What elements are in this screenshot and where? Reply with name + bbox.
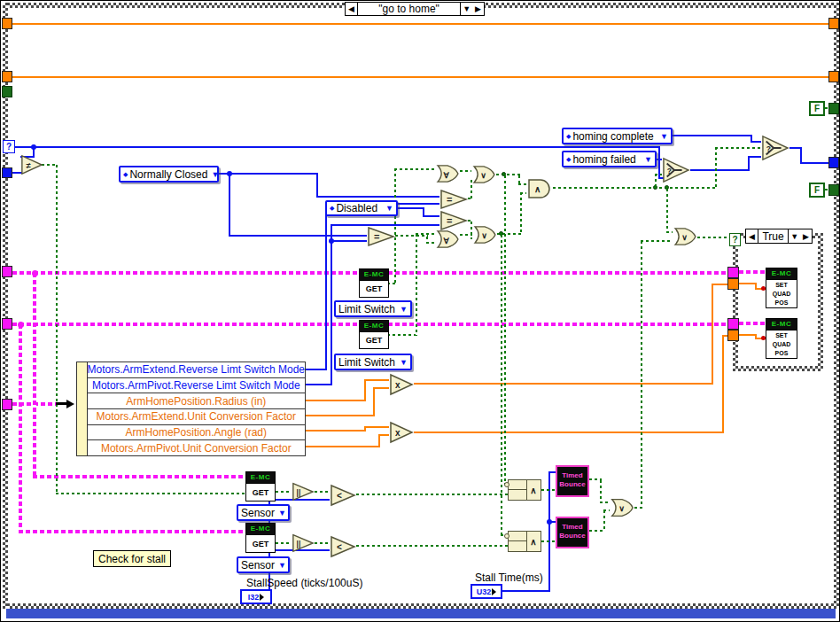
enum-limit-switch-2[interactable]: Limit Switch ▼ xyxy=(334,354,412,370)
wire-orange-passthrough-2 xyxy=(12,76,829,78)
inner-case-selector-label: ◀ True ▼ ▶ xyxy=(745,229,813,244)
tunnel-bool-right-2 xyxy=(828,184,839,196)
svg-text:||: || xyxy=(297,488,301,497)
emc-get-block-4[interactable]: E-MC GET xyxy=(245,523,276,553)
unbundle-row[interactable]: Motors.ArmPivot.Unit Conversion Factor xyxy=(88,440,305,455)
emc-set-quad-pos-block-2[interactable]: E-MC SET QUAD POS xyxy=(766,318,797,359)
wire xyxy=(219,173,318,175)
wire xyxy=(690,169,750,171)
wire xyxy=(655,174,657,187)
case-border-right xyxy=(834,3,839,609)
case-dropdown-icon[interactable]: ▼ xyxy=(461,3,472,15)
not-equal-node[interactable]: ≠ xyxy=(20,153,43,176)
enum-disabled[interactable]: ◆ Disabled ▼ xyxy=(325,200,398,216)
equal-node-1[interactable]: = xyxy=(439,190,468,209)
inner-case-border-left xyxy=(733,233,738,371)
enum-sensor-1[interactable]: Sensor ▼ xyxy=(237,504,290,521)
wire xyxy=(426,242,435,244)
inner-case-name[interactable]: True xyxy=(758,229,789,243)
unbundle-by-name-node[interactable]: Motors.ArmExtend.Reverse Limt Switch Mod… xyxy=(76,362,306,456)
inner-case-border-bottom xyxy=(733,366,823,371)
dropdown-icon[interactable]: ▼ xyxy=(382,204,393,213)
select-node-1[interactable]: ? xyxy=(761,135,789,161)
unbundle-row[interactable]: Motors.ArmExtend.Unit Conversion Factor xyxy=(88,409,305,425)
svg-text:∨: ∨ xyxy=(618,504,625,513)
inner-case-prev-button[interactable]: ◀ xyxy=(746,229,758,243)
i32-control-terminal[interactable]: I32 xyxy=(240,589,272,604)
wire xyxy=(641,240,673,242)
case-name[interactable]: "go to home" xyxy=(357,3,461,15)
dropdown-icon[interactable]: ▼ xyxy=(207,170,219,179)
multiply-node-1[interactable]: x xyxy=(389,374,414,395)
compound-and-node-2[interactable]: ∧ xyxy=(508,531,541,552)
wire xyxy=(600,501,610,503)
inner-case-dropdown-icon[interactable]: ▼ xyxy=(789,229,800,243)
inner-case-next-button[interactable]: ▶ xyxy=(800,229,812,243)
wire xyxy=(394,168,435,170)
select-node-2[interactable]: ? xyxy=(662,157,690,183)
wire xyxy=(504,175,506,485)
enum-value: Sensor xyxy=(241,507,275,519)
case-next-button[interactable]: ▶ xyxy=(472,3,484,15)
wire xyxy=(325,203,327,370)
enum-normally-closed[interactable]: ◆ Normally Closed ▼ xyxy=(119,166,219,183)
wire xyxy=(306,369,325,370)
enum-limit-switch-1[interactable]: Limit Switch ▼ xyxy=(334,300,412,317)
equal-node-3[interactable]: = xyxy=(367,227,395,246)
wire xyxy=(460,170,471,172)
wire xyxy=(229,175,230,237)
case-selector-terminal[interactable]: ? xyxy=(3,140,15,153)
timed-bounce-subvi-1[interactable]: Timed Bounce xyxy=(556,465,589,497)
dropdown-icon[interactable]: ▼ xyxy=(275,509,286,517)
wire xyxy=(316,175,318,198)
emc-get-block-3[interactable]: E-MC GET xyxy=(245,471,276,501)
wire xyxy=(496,174,520,175)
svg-text:∧: ∧ xyxy=(534,184,541,194)
enum-homing-complete[interactable]: ◆ homing complete ▼ xyxy=(562,128,673,144)
dropdown-icon[interactable]: ▼ xyxy=(641,155,652,164)
emc-set-quad-pos-block-1[interactable]: E-MC SET QUAD POS xyxy=(766,268,797,308)
multiply-node-2[interactable]: x xyxy=(389,422,414,443)
or-node-4[interactable]: ∨ xyxy=(610,497,634,518)
unbundle-row[interactable]: ArmHomePosition.Radius (in) xyxy=(88,393,305,409)
xor-node-1[interactable]: ∀ xyxy=(435,164,460,183)
svg-text:?: ? xyxy=(667,167,672,175)
less-than-node-2[interactable]: < xyxy=(330,536,356,557)
timed-bounce-subvi-2[interactable]: Timed Bounce xyxy=(556,517,589,548)
or-node-2[interactable]: ∨ xyxy=(472,225,497,245)
and-node[interactable]: ∧ xyxy=(526,178,553,199)
inner-case-selector-terminal[interactable]: ? xyxy=(729,233,741,246)
or-node-1[interactable]: ∨ xyxy=(471,165,496,184)
absolute-value-node-2[interactable]: || xyxy=(292,533,315,553)
unbundle-row[interactable]: Motors.ArmExtend.Reverse Limt Switch Mod… xyxy=(88,362,305,378)
inner-tunnel-numeric-1 xyxy=(727,278,739,290)
absolute-value-node-1[interactable]: || xyxy=(292,482,315,501)
emc-get-block-1[interactable]: E-MC GET xyxy=(359,268,389,298)
wire-cluster-branch-2 xyxy=(19,324,22,532)
false-constant-2[interactable]: F xyxy=(809,183,825,198)
or-node-3[interactable]: ∨ xyxy=(673,227,697,246)
unbundle-row[interactable]: ArmHomePosition.Angle (rad) xyxy=(88,425,305,441)
wire xyxy=(673,135,752,136)
equal-node-2[interactable]: = xyxy=(439,211,468,230)
xor-node-2[interactable]: ∀ xyxy=(435,229,460,249)
dropdown-icon[interactable]: ▼ xyxy=(275,561,286,570)
compound-and-node-1[interactable]: ∧ xyxy=(508,479,541,501)
unbundle-row[interactable]: Motors.ArmPivot.Reverse Limt Switch Mode xyxy=(88,378,305,394)
block-diagram: ◀ "go to home" ▼ ▶ xyxy=(0,0,840,622)
emc-get-block-2[interactable]: E-MC GET xyxy=(359,320,389,349)
less-than-node-1[interactable]: < xyxy=(330,485,356,506)
case-prev-button[interactable]: ◀ xyxy=(346,3,357,15)
false-constant-1[interactable]: F xyxy=(809,101,825,116)
terminal-output-arrow-icon xyxy=(260,594,264,601)
u32-control-terminal[interactable]: U32 xyxy=(471,584,502,599)
timed-bounce-label: Timed xyxy=(557,523,587,532)
wire xyxy=(553,187,717,189)
dropdown-icon[interactable]: ▼ xyxy=(396,305,408,314)
enum-sensor-2[interactable]: Sensor ▼ xyxy=(237,556,290,573)
dropdown-icon[interactable]: ▼ xyxy=(657,132,668,141)
dropdown-icon[interactable]: ▼ xyxy=(396,358,408,367)
wire xyxy=(666,231,673,233)
wire xyxy=(56,493,245,494)
enum-homing-failed[interactable]: ◆ homing failed ▼ xyxy=(562,151,657,167)
